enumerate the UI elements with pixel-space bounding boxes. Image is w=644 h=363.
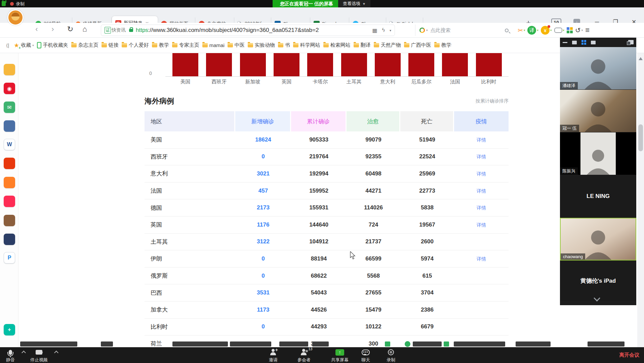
- translate-button[interactable]: 译▾: [527, 26, 538, 35]
- participants-button[interactable]: 13 参会者: [297, 348, 311, 363]
- table-row-比利时: 比利时 0 44293 10122 6679: [145, 319, 509, 336]
- sidebar-view-icon-2[interactable]: [591, 41, 596, 44]
- address-bar[interactable]: 证 快资讯 https://www.360kuai.com/mob/subjec…: [101, 25, 395, 36]
- x-tick-label: 意大利: [371, 79, 404, 85]
- gallery-view-icon[interactable]: [581, 40, 586, 45]
- meeting-toolbar: 静音 停止视频 + 邀请 13 参会者 ↑ 共享屏幕 ••• 聊天 录制 离开会…: [0, 347, 644, 363]
- dock-icon-11[interactable]: P: [4, 252, 15, 264]
- header-新增确诊: 新增确诊: [235, 111, 291, 131]
- apps-grid-button[interactable]: [567, 27, 573, 33]
- scroll-up-arrow[interactable]: [639, 55, 643, 60]
- lightning-icon[interactable]: ϟ: [382, 27, 385, 33]
- mute-options-caret[interactable]: [22, 351, 26, 355]
- forward-button[interactable]: ›: [48, 25, 58, 34]
- cell-region: 伊朗: [145, 255, 235, 263]
- detail-link[interactable]: 详情: [477, 188, 486, 194]
- bookmark-中医[interactable]: 中医: [228, 42, 245, 48]
- record-button[interactable]: 录制: [387, 348, 395, 363]
- stop-video-button[interactable]: 停止视频: [30, 348, 48, 363]
- user-avatar[interactable]: [7, 9, 24, 26]
- view-options-button[interactable]: 查看选项▼: [338, 0, 370, 7]
- participant-tile-潘雄泽[interactable]: 潘雄泽: [560, 47, 636, 89]
- menu-button[interactable]: ≡: [585, 26, 590, 35]
- participant-tile-LE NING[interactable]: LE NING: [560, 175, 636, 217]
- detail-link[interactable]: 详情: [477, 256, 486, 261]
- home-button[interactable]: ⌂: [80, 25, 90, 34]
- leave-meeting-button[interactable]: 离开会议: [619, 352, 639, 358]
- table-row-意大利: 意大利 3021 192994 60498 25969 详情: [145, 165, 509, 183]
- scrollbar-thumb[interactable]: [638, 124, 643, 151]
- dock-icon-5[interactable]: W: [4, 139, 15, 150]
- bookmark-实验动物[interactable]: 实验动物: [248, 42, 275, 48]
- bookmark-天然产物[interactable]: 天然产物: [374, 42, 401, 48]
- detail-link[interactable]: 详情: [477, 205, 486, 210]
- screenshot-scissors-button[interactable]: ✂▾: [518, 27, 525, 34]
- cell-cured: 99079: [347, 136, 400, 143]
- bookmark-收藏[interactable]: ★ 收藏 ▾: [14, 42, 34, 49]
- bookmark-mamai[interactable]: mamai: [202, 42, 225, 48]
- footer-fragment: [279, 341, 308, 347]
- cell-region: 英国: [145, 221, 235, 229]
- bookmark-杂志主页[interactable]: 杂志主页: [71, 42, 98, 48]
- dock-icon-7[interactable]: [4, 177, 15, 188]
- detail-link[interactable]: 详情: [477, 137, 486, 143]
- dock-icon-2[interactable]: ◉: [4, 83, 15, 94]
- bookmark-手机收藏夹[interactable]: 手机收藏夹: [37, 42, 68, 48]
- header-疫情: 疫情: [454, 111, 509, 131]
- reload-button[interactable]: ↻: [65, 25, 75, 34]
- undo-button[interactable]: ↺▾: [575, 26, 583, 34]
- sidebar-layout-icon[interactable]: [628, 40, 634, 44]
- cert-badge-label: 快资讯: [112, 27, 126, 33]
- bookmark-检索网站[interactable]: 检索网站: [323, 42, 351, 48]
- share-screen-button[interactable]: ↑ 共享屏幕: [331, 348, 349, 363]
- bookmark-专家主页[interactable]: 专家主页: [172, 42, 199, 48]
- bookmark-广西中医[interactable]: 广西中医: [404, 42, 431, 48]
- video-options-caret[interactable]: [54, 351, 58, 355]
- dock-icon-12[interactable]: +: [4, 324, 15, 335]
- participant-tile-冠一 伍[interactable]: 冠一 伍: [560, 90, 636, 132]
- games-button[interactable]: ▾: [554, 28, 565, 33]
- invite-button[interactable]: + 邀请: [269, 348, 278, 363]
- participant-tile-陈振兴[interactable]: 陈振兴: [560, 132, 636, 175]
- sidebar-minimize-icon[interactable]: [563, 42, 567, 43]
- detail-link[interactable]: 详情: [477, 171, 486, 176]
- participant-tile-chaowang[interactable]: chaowang: [560, 218, 636, 260]
- wallet-shield-button[interactable]: ¥▾: [541, 26, 552, 35]
- qr-code-icon[interactable]: ▦: [372, 27, 377, 34]
- cell-new-confirmed: 3122: [235, 238, 291, 245]
- chat-button[interactable]: ••• 聊天: [361, 348, 370, 363]
- back-button[interactable]: ‹: [32, 25, 42, 34]
- detail-link[interactable]: 详情: [477, 154, 486, 159]
- bookmark-教学[interactable]: 教学: [152, 42, 169, 48]
- sidebar-view-icon[interactable]: [572, 41, 577, 44]
- bookmark-科学网站[interactable]: 科学网站: [293, 42, 320, 48]
- bookmark-个人爱好[interactable]: 个人爱好: [122, 42, 149, 48]
- bookmarks-collapse-button[interactable]: ⟨|: [6, 43, 9, 48]
- cell-total-confirmed: 44526: [291, 307, 347, 313]
- cell-new-confirmed: 457: [235, 188, 291, 194]
- dock-icon-3[interactable]: ✉: [4, 102, 15, 113]
- search-magnifier-icon[interactable]: [505, 29, 509, 32]
- mute-button[interactable]: 静音: [6, 348, 15, 363]
- dock-icon-1[interactable]: [4, 64, 15, 75]
- search-input[interactable]: ▾ 点此搜索: [415, 25, 513, 36]
- detail-link[interactable]: 详情: [477, 222, 486, 228]
- dock-icon-6[interactable]: [4, 158, 15, 169]
- page-scrollbar[interactable]: [637, 53, 644, 347]
- cell-total-confirmed: 905333: [291, 136, 347, 143]
- cell-cured: 21737: [347, 238, 400, 245]
- bookmark-链接[interactable]: 链接: [102, 42, 119, 48]
- url-text[interactable]: https://www.360kuai.com/mob/subject/400?…: [136, 27, 319, 34]
- dock-icon-10[interactable]: [4, 234, 15, 245]
- bookmark-翻译[interactable]: 翻译: [354, 42, 371, 48]
- dock-icon-8[interactable]: [4, 196, 15, 207]
- dock-icon-4[interactable]: [4, 120, 15, 132]
- chevron-down-icon[interactable]: ▾: [390, 29, 391, 32]
- bookmark-书[interactable]: 书: [278, 42, 290, 48]
- dock-icon-9[interactable]: [4, 215, 15, 226]
- participant-name: LE NING: [560, 175, 636, 217]
- folder-icon: [278, 43, 283, 47]
- cell-detail: 详情: [454, 136, 509, 143]
- participant-tile-黄德伦's iPad[interactable]: 黄德伦's iPad: [560, 261, 636, 301]
- bookmark-教学[interactable]: 教学: [434, 42, 451, 48]
